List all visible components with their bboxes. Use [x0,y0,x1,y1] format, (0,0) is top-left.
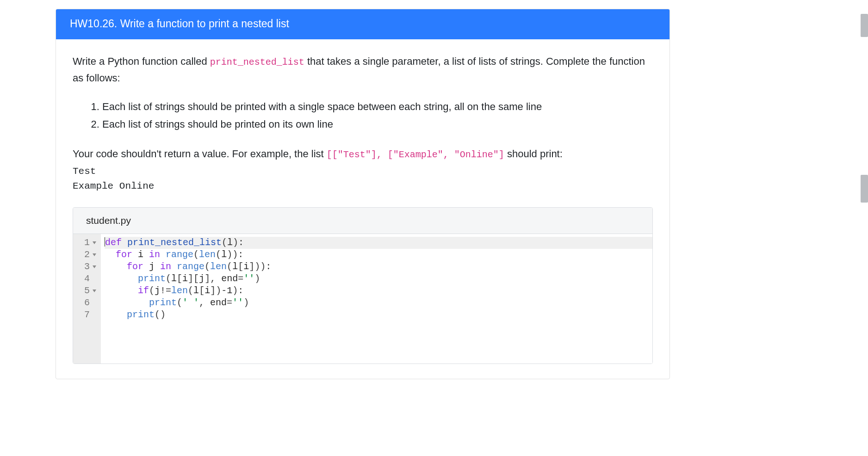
gutter-line: 6 [73,297,98,309]
editor-filename[interactable]: student.py [73,208,652,234]
example-output: Test Example Online [73,164,653,194]
requirement-item: Each list of strings should be printed o… [102,116,653,134]
gutter-line: 2 [73,249,98,261]
gutter-line: 3 [73,261,98,273]
code-line[interactable]: if(j!=len(l[i])-1): [105,285,652,297]
code-line[interactable]: print(l[i][j], end='') [105,273,652,285]
requirement-item: Each list of strings should be printed w… [102,98,653,116]
question-title: HW10.26. Write a function to print a nes… [56,9,670,39]
scrollbar-thumb[interactable] [861,175,868,203]
question-body: Write a Python function called print_nes… [56,39,670,379]
code-line[interactable]: print(' ', end='') [105,297,652,309]
example-code: [["Test"], ["Example", "Online"] [327,149,504,160]
editor-gutter: 1234567 [73,234,101,364]
intro-lead: Write a Python function called [73,55,210,67]
intro-paragraph: Write a Python function called print_nes… [73,53,653,87]
gutter-line: 1 [73,237,98,249]
example-after: should print: [504,148,563,160]
intro-fn-name: print_nested_list [210,57,304,68]
editor-code-area[interactable]: def print_nested_list(l): for i in range… [101,234,652,364]
right-scrollbar-rail [857,0,868,379]
gutter-line: 4 [73,273,98,285]
requirements-list: Each list of strings should be printed w… [102,98,653,134]
scrollbar-thumb[interactable] [861,14,868,37]
code-line[interactable]: def print_nested_list(l): [105,237,652,249]
question-card: HW10.26. Write a function to print a nes… [56,9,670,379]
code-line[interactable]: for j in range(len(l[i])): [105,261,652,273]
code-line[interactable]: for i in range(len(l)): [105,249,652,261]
example-before: Your code shouldn't return a value. For … [73,148,327,160]
code-editor: student.py 1234567 def print_nested_list… [73,207,653,364]
code-line[interactable]: print() [105,309,652,321]
gutter-line: 5 [73,285,98,297]
gutter-line: 7 [73,309,98,321]
editor-body[interactable]: 1234567 def print_nested_list(l): for i … [73,234,652,364]
example-paragraph: Your code shouldn't return a value. For … [73,146,653,162]
